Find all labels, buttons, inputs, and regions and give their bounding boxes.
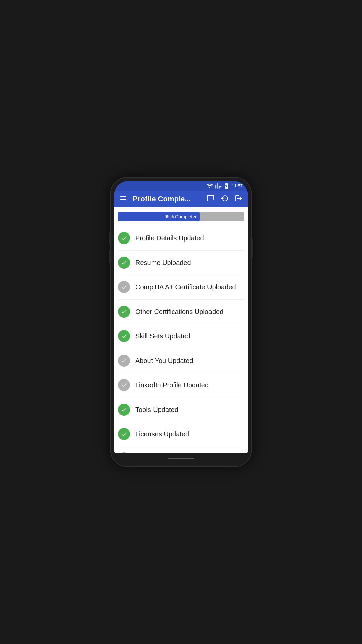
power-button <box>251 238 253 258</box>
checklist-item-comptia[interactable]: CompTIA A+ Certificate Uploaded <box>118 275 244 300</box>
status-bar: 11:57 <box>114 181 248 191</box>
check-incomplete-icon <box>118 379 130 391</box>
checklist-item-skill-sets[interactable]: Skill Sets Updated <box>118 324 244 348</box>
checklist-label-profile-details: Profile Details Updated <box>135 234 204 242</box>
logout-icon[interactable] <box>235 194 243 204</box>
bottom-bar <box>114 453 248 463</box>
check-incomplete-icon <box>118 281 130 293</box>
phone-screen: 11:57 Profile Comple... <box>114 181 248 463</box>
check-complete-icon <box>118 404 130 416</box>
checklist-item-profile-details[interactable]: Profile Details Updated <box>118 226 244 251</box>
menu-icon[interactable] <box>119 194 127 204</box>
checklist-item-ez-store[interactable]: Visit the EZ Online Store Website <box>118 446 244 453</box>
checklist-label-other-certs: Other Certifications Uploaded <box>135 308 223 316</box>
app-bar: Profile Comple... <box>114 191 248 207</box>
checklist-label-tools: Tools Updated <box>135 406 178 414</box>
signal-icon <box>215 182 222 189</box>
vol-up-button <box>109 231 111 245</box>
vol-down-button <box>109 250 111 263</box>
checklist-item-tools[interactable]: Tools Updated <box>118 397 244 422</box>
checklist-label-about-you: About You Updated <box>135 357 193 365</box>
checklist-label-linkedin: LinkedIn Profile Updated <box>135 381 209 389</box>
checklist-label-comptia: CompTIA A+ Certificate Uploaded <box>135 283 236 291</box>
logout-svg <box>235 194 243 202</box>
checklist-item-linkedin[interactable]: LinkedIn Profile Updated <box>118 373 244 397</box>
history-icon[interactable] <box>221 194 229 204</box>
check-complete-icon <box>118 306 130 318</box>
history-svg <box>221 194 229 202</box>
status-icons: 11:57 <box>206 182 243 189</box>
check-complete-icon <box>118 257 130 269</box>
check-complete-icon <box>118 428 130 440</box>
phone-frame: 11:57 Profile Comple... <box>111 178 251 466</box>
chat-svg <box>206 194 215 202</box>
checklist-item-licenses[interactable]: Licenses Updated <box>118 422 244 446</box>
checklist-label-skill-sets: Skill Sets Updated <box>135 332 190 340</box>
checklist-label-resume: Resume Uploaded <box>135 259 191 267</box>
app-title: Profile Comple... <box>133 195 201 203</box>
clock-time: 11:57 <box>232 183 243 189</box>
progress-label: 65% Completed <box>164 214 198 219</box>
app-bar-actions <box>206 194 243 204</box>
check-complete-icon <box>118 330 130 342</box>
battery-icon <box>223 182 230 189</box>
checklist: Profile Details UpdatedResume UploadedCo… <box>114 226 248 453</box>
checklist-item-about-you[interactable]: About You Updated <box>118 348 244 373</box>
checklist-item-other-certs[interactable]: Other Certifications Uploaded <box>118 300 244 324</box>
chat-icon[interactable] <box>206 194 215 204</box>
main-content: 65% Completed Profile Details UpdatedRes… <box>114 207 248 453</box>
progress-container: 65% Completed <box>114 207 248 226</box>
check-complete-icon <box>118 232 130 244</box>
wifi-icon <box>206 182 213 189</box>
check-incomplete-icon <box>118 355 130 367</box>
checklist-label-licenses: Licenses Updated <box>135 430 189 438</box>
hamburger-svg <box>119 194 127 202</box>
checklist-item-resume[interactable]: Resume Uploaded <box>118 251 244 275</box>
home-indicator <box>168 458 194 459</box>
progress-bar-background: 65% Completed <box>118 212 244 221</box>
